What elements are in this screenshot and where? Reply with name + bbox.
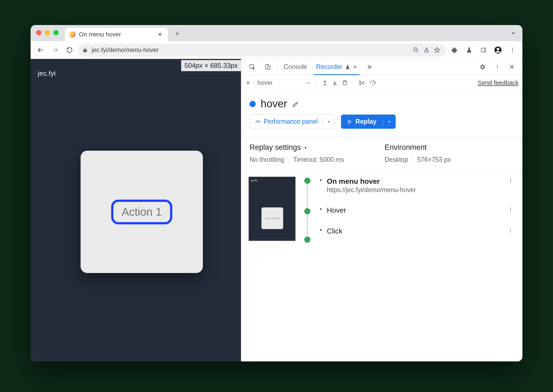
omnibox-actions — [411, 45, 442, 55]
devtools-tabs: Console Recorder ✕ ✕ — [241, 59, 522, 75]
step-item[interactable]: Click — [319, 227, 515, 235]
url-text: jec.fyi/demo/menu-hover — [92, 46, 407, 54]
caret-right-icon — [319, 178, 323, 182]
step-title: Hover — [327, 206, 346, 215]
viewport-value: 576×753 px — [417, 156, 451, 163]
tab-recorder[interactable]: Recorder ✕ — [312, 59, 362, 75]
minimize-window[interactable] — [45, 30, 50, 35]
replay-dropdown[interactable] — [383, 116, 396, 127]
steps-list: On menu hover https://jec.fyi/demo/menu-… — [319, 177, 515, 241]
step-thumbnail[interactable]: jec.fyi — [248, 177, 296, 241]
gauge-icon — [255, 119, 261, 125]
svg-line-3 — [417, 51, 418, 52]
reload-button[interactable] — [63, 44, 76, 56]
import-icon[interactable] — [332, 80, 338, 86]
demo-card: Action 1 — [81, 151, 203, 273]
new-tab-button[interactable]: ＋ — [171, 27, 183, 39]
bookmark-icon[interactable] — [432, 45, 442, 55]
close-devtools-icon[interactable]: ✕ — [505, 59, 519, 75]
svg-line-30 — [258, 121, 259, 123]
svg-point-13 — [512, 51, 513, 52]
labs-icon[interactable] — [463, 44, 475, 56]
browser-toolbar: jec.fyi/demo/menu-hover — [31, 41, 522, 59]
share-icon[interactable] — [422, 45, 431, 55]
step-item[interactable]: On menu hover https://jec.fyi/demo/menu-… — [319, 177, 515, 194]
maximize-window[interactable] — [53, 30, 59, 35]
chrome-menu-icon[interactable] — [506, 44, 519, 56]
svg-point-41 — [510, 209, 511, 210]
svg-marker-43 — [320, 229, 322, 231]
recording-status-dot — [250, 101, 256, 107]
forward-button[interactable] — [49, 44, 61, 56]
profile-avatar[interactable] — [492, 44, 504, 56]
tabs-list-button[interactable] — [510, 30, 516, 36]
export-icon[interactable] — [322, 80, 328, 86]
extensions-icon[interactable] — [449, 44, 461, 56]
steps-timeline — [302, 177, 313, 241]
play-step-icon[interactable] — [359, 80, 365, 86]
step-subtitle: https://jec.fyi/demo/menu-hover — [327, 186, 416, 194]
close-tab-icon[interactable]: ✕ — [156, 30, 164, 39]
caret-right-icon — [304, 146, 308, 150]
step-title: On menu hover — [327, 177, 416, 186]
step-menu-icon[interactable] — [506, 206, 515, 213]
recording-controls: Performance panel Replay — [241, 111, 522, 137]
caret-right-icon — [319, 207, 323, 211]
address-bar[interactable]: jec.fyi/demo/menu-hover — [78, 44, 446, 56]
close-panel-icon[interactable]: ✕ — [353, 64, 357, 70]
recording-name: hover — [261, 98, 287, 110]
play-icon — [347, 119, 352, 124]
recording-select-value: hover — [257, 79, 273, 86]
inspect-mode-icon[interactable] — [245, 59, 260, 75]
new-recording-button[interactable] — [245, 77, 255, 89]
throttling-value: No throttling — [250, 156, 284, 163]
svg-point-42 — [510, 211, 511, 212]
back-button[interactable] — [34, 44, 47, 56]
svg-marker-34 — [305, 146, 306, 148]
action-label: Action 1 — [122, 206, 162, 218]
device-mode-icon[interactable] — [260, 59, 276, 75]
svg-point-10 — [497, 48, 499, 50]
favicon-icon — [69, 31, 76, 38]
performance-dropdown[interactable] — [323, 116, 335, 127]
side-panel-icon[interactable] — [477, 44, 490, 56]
step-menu-icon[interactable] — [506, 227, 515, 234]
flask-icon — [345, 64, 350, 70]
close-window[interactable] — [36, 30, 41, 35]
recording-select[interactable]: hover — [257, 79, 315, 86]
settings-icon[interactable] — [475, 59, 490, 75]
dimensions-overlay: 504px × 685.33px — [181, 60, 241, 71]
svg-point-18 — [497, 66, 498, 67]
svg-marker-6 — [435, 47, 440, 52]
send-feedback-link[interactable]: Send feedback — [478, 79, 519, 86]
tab-title: On menu hover — [79, 31, 153, 38]
devtools-panel: Console Recorder ✕ ✕ — [241, 59, 522, 361]
rename-icon[interactable] — [292, 100, 299, 108]
performance-panel-button[interactable]: Performance panel — [250, 114, 335, 129]
tab-console[interactable]: Console — [279, 59, 312, 75]
devtools-menu-icon[interactable] — [490, 59, 505, 75]
lock-icon — [82, 47, 88, 53]
svg-point-45 — [510, 230, 511, 231]
svg-point-44 — [510, 229, 511, 229]
zoom-out-icon[interactable] — [411, 45, 421, 55]
recorder-toolbar: hover Send feedback — [241, 75, 522, 91]
step-menu-icon[interactable] — [506, 177, 515, 184]
chevron-down-icon — [306, 80, 311, 85]
device-value: Desktop — [385, 156, 408, 163]
svg-point-11 — [512, 48, 513, 49]
replay-settings-title[interactable]: Replay settings — [250, 143, 379, 152]
step-item[interactable]: Hover — [319, 206, 515, 215]
action-button[interactable]: Action 1 — [111, 200, 173, 224]
svg-point-40 — [510, 208, 511, 209]
svg-point-17 — [497, 65, 498, 66]
svg-rect-26 — [343, 81, 347, 85]
step-over-icon[interactable] — [369, 80, 377, 86]
more-tabs-icon[interactable] — [362, 59, 377, 75]
delete-icon[interactable] — [342, 80, 348, 86]
svg-point-29 — [372, 84, 373, 85]
svg-point-46 — [510, 232, 511, 232]
replay-button[interactable]: Replay — [341, 115, 395, 129]
svg-point-37 — [510, 180, 511, 181]
browser-tab[interactable]: On menu hover ✕ — [65, 28, 168, 41]
